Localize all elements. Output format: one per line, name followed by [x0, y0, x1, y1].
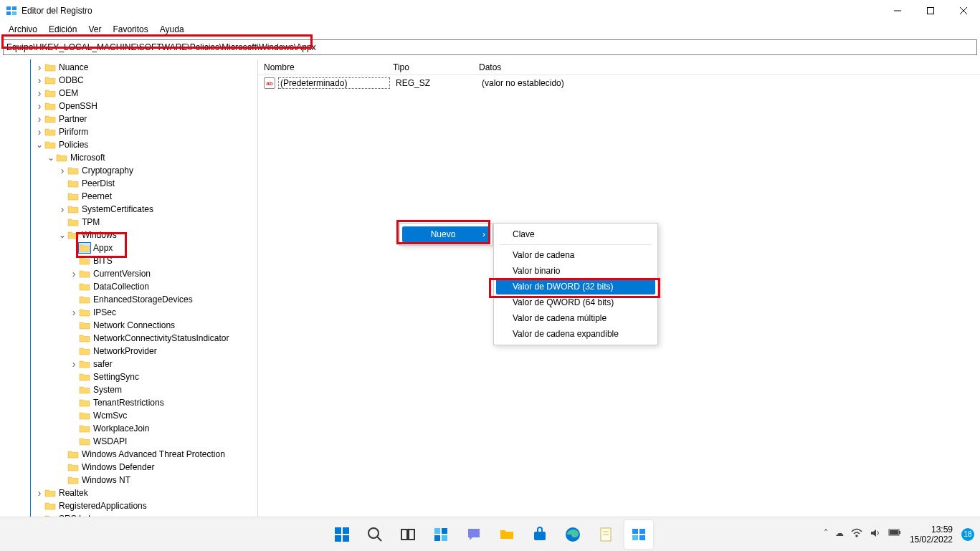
- menu-ayuda[interactable]: Ayuda: [154, 23, 190, 36]
- tree-node-partner[interactable]: Partner: [0, 112, 257, 125]
- tree-pane[interactable]: NuanceODBCOEMOpenSSHPartnerPiriformPolic…: [0, 59, 258, 532]
- tree-node-datacollection[interactable]: DataCollection: [0, 280, 257, 293]
- menu-archivo[interactable]: Archivo: [3, 23, 43, 36]
- expander-icon[interactable]: [34, 88, 44, 98]
- expander-icon[interactable]: [69, 359, 79, 369]
- edge-icon[interactable]: [558, 520, 587, 549]
- expander-icon[interactable]: [34, 114, 44, 124]
- tree-node-realtek[interactable]: Realtek: [0, 487, 257, 499]
- chat-icon[interactable]: [460, 520, 488, 549]
- folder-icon: [44, 114, 56, 124]
- notification-badge[interactable]: 18: [961, 528, 974, 541]
- close-button[interactable]: [947, 0, 980, 21]
- notepad-icon[interactable]: [591, 520, 620, 549]
- explorer-icon[interactable]: [493, 520, 521, 549]
- tree-node-nuance[interactable]: Nuance: [0, 61, 257, 74]
- tree-node-tenantrestrictions[interactable]: TenantRestrictions: [0, 396, 257, 409]
- expander-icon[interactable]: [69, 269, 79, 279]
- menu-item-qword[interactable]: Valor de QWORD (64 bits): [494, 294, 657, 310]
- battery-icon[interactable]: [888, 528, 901, 540]
- menu-item-nuevo[interactable]: Nuevo: [402, 226, 490, 242]
- search-icon[interactable]: [361, 520, 389, 549]
- regedit-taskbar-icon[interactable]: [624, 520, 653, 549]
- tree-node-networkprovider[interactable]: NetworkProvider: [0, 345, 257, 358]
- expander-icon[interactable]: [34, 127, 44, 137]
- col-datos[interactable]: Datos: [473, 62, 980, 72]
- list-row[interactable]: ab (Predeterminado) REG_SZ (valor no est…: [258, 75, 980, 91]
- tree-node-safer[interactable]: safer: [0, 358, 257, 370]
- menu-ver[interactable]: Ver: [82, 23, 107, 36]
- expander-icon[interactable]: [34, 75, 44, 85]
- tree-node-oem[interactable]: OEM: [0, 87, 257, 100]
- tree-node-windows[interactable]: Windows: [0, 229, 257, 241]
- tree-node-piriform[interactable]: Piriform: [0, 125, 257, 138]
- tree-node-peernet[interactable]: Peernet: [0, 190, 257, 203]
- tree-node-registeredapplications[interactable]: RegisteredApplications: [0, 499, 257, 512]
- tree-node-peerdist[interactable]: PeerDist: [0, 177, 257, 190]
- volume-icon[interactable]: [870, 528, 881, 540]
- context-submenu-nuevo: Clave Valor de cadena Valor binario Valo…: [493, 223, 658, 345]
- tree-node-wcmsvc[interactable]: WcmSvc: [0, 409, 257, 422]
- tree-label: WcmSvc: [93, 411, 127, 421]
- tree-node-windows-defender[interactable]: Windows Defender: [0, 461, 257, 474]
- maximize-button[interactable]: [914, 0, 947, 21]
- widgets-icon[interactable]: [427, 520, 455, 549]
- menu-item-binary[interactable]: Valor binario: [494, 263, 657, 279]
- onedrive-icon[interactable]: ☁: [835, 528, 844, 540]
- tree-node-currentversion[interactable]: CurrentVersion: [0, 267, 257, 280]
- start-button[interactable]: [328, 520, 356, 549]
- menu-item-dword[interactable]: Valor de DWORD (32 bits): [496, 279, 655, 294]
- wifi-icon[interactable]: [851, 528, 862, 540]
- menu-item-string[interactable]: Valor de cadena: [494, 247, 657, 263]
- menu-item-expandstring[interactable]: Valor de cadena expandible: [494, 326, 657, 342]
- expander-icon[interactable]: [57, 204, 67, 214]
- col-nombre[interactable]: Nombre: [258, 62, 387, 72]
- tree-node-ipsec[interactable]: IPSec: [0, 306, 257, 319]
- folder-icon: [79, 359, 90, 369]
- col-tipo[interactable]: Tipo: [387, 62, 473, 72]
- tree-node-enhancedstoragedevices[interactable]: EnhancedStorageDevices: [0, 293, 257, 306]
- tree-node-wsdapi[interactable]: WSDAPI: [0, 435, 257, 448]
- svg-rect-28: [639, 535, 645, 540]
- tree-node-system[interactable]: System: [0, 383, 257, 396]
- svg-rect-32: [890, 530, 898, 535]
- chevron-up-icon[interactable]: ˄: [824, 528, 828, 540]
- address-bar[interactable]: Equipo\HKEY_LOCAL_MACHINE\SOFTWARE\Polic…: [3, 39, 977, 55]
- clock[interactable]: 13:59 15/02/2022: [910, 524, 953, 545]
- expander-icon[interactable]: [57, 230, 67, 240]
- tree-node-bits[interactable]: BITS: [0, 254, 257, 267]
- tree-node-systemcertificates[interactable]: SystemCertificates: [0, 203, 257, 216]
- expander-icon[interactable]: [34, 140, 44, 150]
- tree-node-network-connections[interactable]: Network Connections: [0, 319, 257, 332]
- expander-icon[interactable]: [34, 488, 44, 498]
- menu-edicion[interactable]: Edición: [43, 23, 82, 36]
- tree-node-policies[interactable]: Policies: [0, 138, 257, 151]
- minimize-button[interactable]: [881, 0, 914, 21]
- folder-icon: [56, 153, 67, 163]
- expander-icon[interactable]: [57, 166, 67, 176]
- tree-node-networkconnectivitystatusindicator[interactable]: NetworkConnectivityStatusIndicator: [0, 332, 257, 345]
- tree-node-settingsync[interactable]: SettingSync: [0, 370, 257, 383]
- expander-icon[interactable]: [46, 153, 56, 163]
- expander-icon[interactable]: [34, 62, 44, 72]
- tree-node-microsoft[interactable]: Microsoft: [0, 151, 257, 164]
- tree-node-appx[interactable]: Appx: [0, 241, 257, 254]
- tree-node-openssh[interactable]: OpenSSH: [0, 100, 257, 112]
- tree-node-tpm[interactable]: TPM: [0, 216, 257, 229]
- svg-rect-20: [534, 532, 546, 540]
- menu-favoritos[interactable]: Favoritos: [107, 23, 153, 36]
- expander-icon[interactable]: [69, 307, 79, 317]
- store-icon[interactable]: [525, 520, 554, 549]
- tree-node-workplacejoin[interactable]: WorkplaceJoin: [0, 422, 257, 435]
- task-view-icon[interactable]: [394, 520, 422, 549]
- tree-node-windows-nt[interactable]: Windows NT: [0, 474, 257, 487]
- tree-node-odbc[interactable]: ODBC: [0, 74, 257, 87]
- tree-guide-line: [30, 59, 31, 532]
- menu-item-clave[interactable]: Clave: [494, 226, 657, 242]
- tray-icons[interactable]: ˄ ☁: [824, 528, 901, 540]
- tree-node-windows-advanced-threat-protection[interactable]: Windows Advanced Threat Protection: [0, 448, 257, 461]
- tree-node-cryptography[interactable]: Cryptography: [0, 164, 257, 177]
- menu-item-multistring[interactable]: Valor de cadena múltiple: [494, 310, 657, 326]
- value-type: REG_SZ: [390, 78, 476, 88]
- expander-icon[interactable]: [34, 101, 44, 111]
